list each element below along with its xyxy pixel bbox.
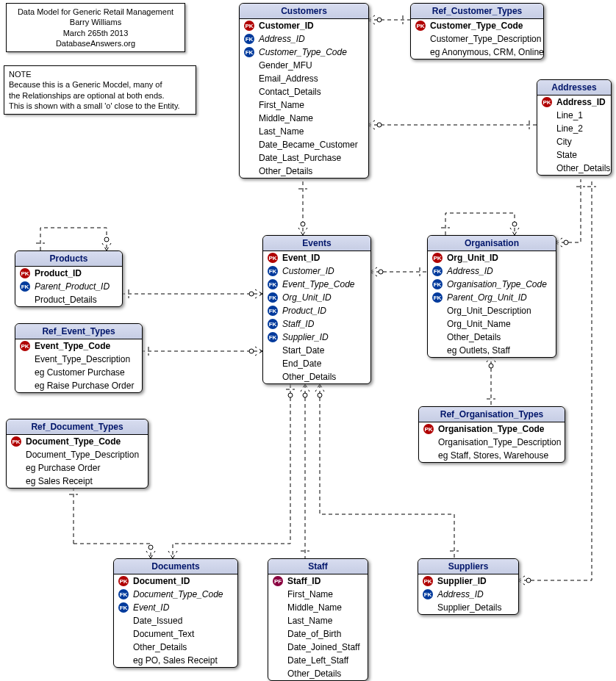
diagram-canvas: Data Model for Generic Retail Management… xyxy=(0,0,616,681)
entity-field: PKOrganisation_Type_Code xyxy=(419,422,565,436)
field-label: Address_ID xyxy=(437,589,484,599)
field-label: Other_Details xyxy=(133,642,187,652)
field-label: Organisation_Type_Code xyxy=(447,279,547,289)
field-label: Middle_Name xyxy=(287,602,342,613)
field-label: eg Staff, Stores, Warehouse xyxy=(438,450,548,461)
entity-suppliers: SuppliersPKSupplier_IDFKAddress_IDSuppli… xyxy=(418,558,519,615)
entity-title: Organisation xyxy=(428,236,556,251)
svg-point-12 xyxy=(249,292,254,296)
entity-field: Middle_Name xyxy=(268,601,368,614)
field-label: Document_Type_Description xyxy=(26,450,139,460)
entity-field: Product_Details xyxy=(15,293,122,306)
pk-icon: PK xyxy=(423,424,434,434)
note-line: the Relationships are optional at both e… xyxy=(9,90,191,101)
entity-ref-organisation-types: Ref_Organisation_TypesPKOrganisation_Typ… xyxy=(418,406,565,463)
meta-line: Data Model for Generic Retail Management xyxy=(11,7,180,17)
entity-ref-document-types: Ref_Document_TypesPKDocument_Type_CodeDo… xyxy=(6,419,148,489)
pk-icon: PK xyxy=(244,21,254,31)
entity-ref-customer-types: Ref_Customer_TypesPKCustomer_Type_CodeCu… xyxy=(410,3,544,60)
entity-field: PKDocument_ID xyxy=(114,574,237,588)
field-label: Event_Type_Description xyxy=(35,354,130,364)
field-label: Contact_Details xyxy=(259,87,321,97)
fk-icon: FK xyxy=(432,279,443,289)
fk-icon: FK xyxy=(268,306,278,316)
field-label: Document_Text xyxy=(133,629,194,639)
fk-icon: FK xyxy=(244,34,254,44)
entity-title: Ref_Document_Types xyxy=(7,419,148,435)
field-label: Email_Address xyxy=(259,73,318,84)
entity-field: PKCustomer_Type_Code xyxy=(411,19,543,32)
field-label: First_Name xyxy=(287,589,333,599)
field-label: Product_Details xyxy=(35,295,97,305)
field-label: Event_ID xyxy=(133,602,169,613)
entity-field: Organisation_Type_Description xyxy=(419,436,565,449)
pk-icon: PK xyxy=(20,268,30,278)
entity-ref-event-types: Ref_Event_TypesPKEvent_Type_CodeEvent_Ty… xyxy=(15,323,143,393)
field-label: Last_Name xyxy=(259,126,304,137)
entity-field: Other_Details xyxy=(537,162,611,175)
fk-icon: FK xyxy=(432,266,443,276)
svg-point-1 xyxy=(377,18,382,22)
entity-field: First_Name xyxy=(268,588,368,601)
fk-icon: FK xyxy=(423,589,433,599)
entity-field: eg Staff, Stores, Warehouse xyxy=(419,449,565,462)
entity-field: PKProduct_ID xyxy=(15,267,122,280)
entity-field: End_Date xyxy=(263,357,370,370)
field-label: Other_Details xyxy=(282,372,336,382)
entity-field: Other_Details xyxy=(114,641,237,654)
svg-point-35 xyxy=(526,578,531,583)
entity-field: City xyxy=(537,135,611,148)
entity-field: Document_Type_Description xyxy=(7,448,148,461)
svg-point-16 xyxy=(249,349,254,353)
entity-title: Addresses xyxy=(537,80,611,96)
field-label: Customer_ID xyxy=(282,266,334,276)
entity-field: First_Name xyxy=(240,98,368,112)
field-label: eg Anonymous, CRM, Online xyxy=(430,47,544,57)
pk-icon: PK xyxy=(432,253,443,263)
entity-field: Org_Unit_Name xyxy=(428,317,556,331)
field-label: Document_ID xyxy=(133,576,190,586)
entity-field: FKEvent_ID xyxy=(114,601,237,614)
entity-field: eg PO, Sales Receipt xyxy=(114,654,237,667)
entity-field: FKOrganisation_Type_Code xyxy=(428,278,556,291)
note-line: Because this is a Generic Mocdel, many o… xyxy=(9,79,191,90)
entity-field: FKCustomer_Type_Code xyxy=(240,46,368,59)
field-label: Org_Unit_Name xyxy=(447,319,511,329)
entity-documents: DocumentsPKDocument_IDFKDocument_Type_Co… xyxy=(113,558,238,668)
svg-point-29 xyxy=(288,393,293,397)
field-label: Staff_ID xyxy=(287,576,320,586)
field-label: Supplier_ID xyxy=(282,332,329,342)
field-label: Org_Unit_Description xyxy=(447,306,531,316)
field-label: Start_Date xyxy=(282,345,324,356)
entity-field: FKAddress_ID xyxy=(418,588,518,601)
entity-title: Products xyxy=(15,251,122,267)
field-label: End_Date xyxy=(282,358,321,369)
fk-icon: FK xyxy=(268,279,278,289)
entity-field: eg Sales Receipt xyxy=(7,475,148,488)
entity-field: State xyxy=(537,148,611,162)
fk-icon: FK xyxy=(268,266,278,276)
entity-field: Date_Joined_Staff xyxy=(268,641,368,654)
field-label: eg Sales Receipt xyxy=(26,476,93,486)
field-label: Event_ID xyxy=(282,253,320,263)
entity-field: FKParent_Org_Unit_ID xyxy=(428,291,556,304)
field-label: Address_ID xyxy=(556,97,606,107)
entity-title: Events xyxy=(263,236,370,251)
entity-field: Email_Address xyxy=(240,72,368,85)
entity-field: Line_1 xyxy=(537,109,611,122)
field-label: Product_ID xyxy=(35,268,82,278)
field-label: First_Name xyxy=(259,100,304,110)
meta-line: March 265th 2013 xyxy=(11,28,180,38)
field-label: eg Outlets, Staff xyxy=(447,345,510,356)
field-label: Org_Unit_ID xyxy=(282,292,332,303)
meta-line: Barry Williams xyxy=(11,17,180,27)
pk-icon: PK xyxy=(11,436,21,447)
entity-field: Org_Unit_Description xyxy=(428,304,556,317)
entity-field: FKProduct_ID xyxy=(263,304,370,317)
field-label: Date_of_Birth xyxy=(287,629,341,639)
entity-field: eg Anonymous, CRM, Online xyxy=(411,46,543,59)
entity-field: FKAddress_ID xyxy=(428,264,556,278)
entity-field: FKSupplier_ID xyxy=(263,331,370,344)
entity-field: Date_of_Birth xyxy=(268,627,368,641)
entity-field: PKAddress_ID xyxy=(537,96,611,109)
